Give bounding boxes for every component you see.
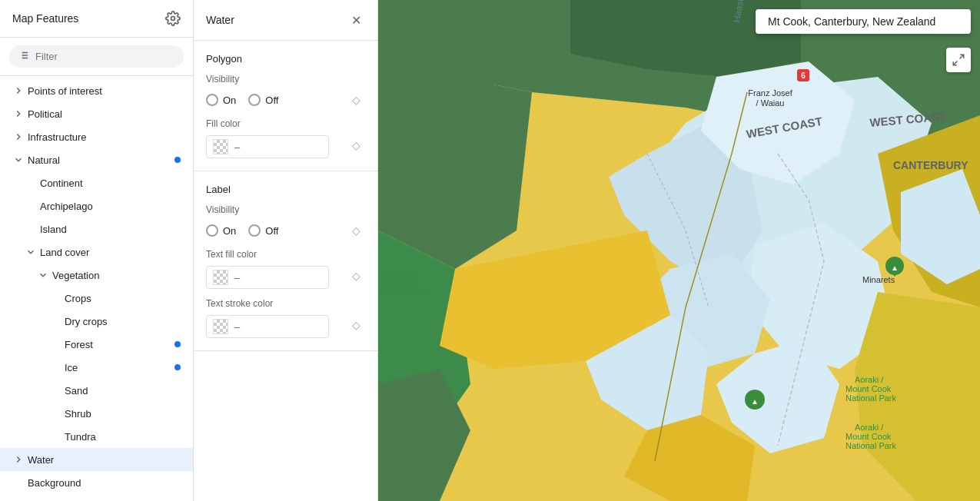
sidebar-item-natural[interactable]: Natural	[0, 148, 193, 171]
sidebar-item-shrub[interactable]: Shrub	[0, 402, 193, 425]
text-stroke-color-diamond[interactable]: ◇	[347, 316, 365, 334]
sidebar-item-infrastructure[interactable]: Infrastructure	[0, 125, 193, 148]
label-off-option[interactable]: Off	[248, 224, 278, 237]
map-search: Mt Cook, Canterbury, New Zealand	[756, 9, 971, 34]
polygon-off-radio[interactable]	[248, 94, 261, 106]
panel-title: Water	[206, 14, 234, 26]
map-search-text: Mt Cook, Canterbury, New Zealand	[768, 15, 935, 28]
svg-text:6: 6	[801, 71, 806, 80]
fill-color-row: Fill color – ◇	[206, 118, 365, 158]
sidebar-item-political[interactable]: Political	[0, 102, 193, 125]
forest-chevron	[49, 338, 61, 350]
label-on-option[interactable]: On	[206, 224, 236, 237]
label-section: Label Visibility On Off ◇ Text fill colo…	[194, 171, 377, 351]
sidebar-item-forest[interactable]: Forest	[0, 333, 193, 356]
continent-label: Continent	[40, 178, 181, 189]
water-label: Water	[28, 454, 181, 466]
background-chevron	[12, 476, 25, 489]
sand-label: Sand	[65, 385, 181, 396]
fill-color-swatch[interactable]: –	[206, 135, 329, 158]
polygon-section-title: Polygon	[206, 53, 365, 65]
polygon-on-radio[interactable]	[206, 94, 218, 106]
sidebar-item-ice[interactable]: Ice	[0, 356, 193, 379]
natural-dot	[174, 157, 181, 163]
sidebar-item-background[interactable]: Background	[0, 471, 193, 494]
polygon-on-option[interactable]: On	[206, 94, 236, 106]
svg-text:/ Waiau: / Waiau	[756, 98, 785, 108]
label-off-radio[interactable]	[248, 224, 261, 237]
fill-color-diamond[interactable]: ◇	[347, 136, 365, 154]
filter-icon	[18, 50, 29, 63]
text-stroke-color-label: Text stroke color	[206, 298, 341, 309]
sidebar-item-dry-crops[interactable]: Dry crops	[0, 310, 193, 333]
svg-text:Franz Josef: Franz Josef	[748, 88, 792, 98]
svg-text:Westland: Westland	[378, 269, 414, 278]
label-on-radio[interactable]	[206, 224, 218, 237]
vegetation-label: Vegetation	[52, 270, 181, 281]
text-fill-color-row: Text fill color – ◇	[206, 249, 365, 289]
sidebar-item-continent[interactable]: Continent	[0, 171, 193, 194]
sidebar-item-crops[interactable]: Crops	[0, 287, 193, 310]
text-stroke-color-row: Text stroke color – ◇	[206, 298, 365, 338]
label-visibility-row: On Off ◇	[206, 221, 365, 240]
natural-label: Natural	[28, 154, 174, 166]
tundra-label: Tundra	[65, 431, 181, 443]
label-visibility-group: On Off	[206, 224, 278, 237]
fill-color-label: Fill color	[206, 118, 341, 129]
text-stroke-color-value: –	[234, 321, 240, 333]
forest-label: Forest	[65, 339, 174, 350]
svg-text:Aoraki /: Aoraki /	[855, 375, 884, 384]
political-label: Political	[28, 108, 181, 120]
text-fill-color-swatch[interactable]: –	[206, 266, 329, 289]
sidebar-item-points-of-interest[interactable]: Points of interest	[0, 79, 193, 102]
sidebar-item-tundra[interactable]: Tundra	[0, 425, 193, 448]
gear-icon[interactable]	[165, 11, 181, 26]
continent-chevron	[25, 177, 37, 189]
polygon-visibility-group: On Off	[206, 94, 278, 106]
natural-chevron	[12, 154, 25, 166]
sidebar-item-water[interactable]: Water	[0, 448, 193, 471]
text-fill-color-label: Text fill color	[206, 249, 341, 260]
fullscreen-button[interactable]	[946, 48, 971, 72]
sidebar-item-island[interactable]: Island	[0, 217, 193, 241]
text-fill-color-value: –	[234, 272, 240, 284]
svg-text:National Park: National Park	[378, 287, 430, 297]
archipelago-label: Archipelago	[40, 201, 181, 212]
svg-text:National Park: National Park	[845, 441, 897, 450]
political-chevron	[12, 108, 25, 120]
svg-text:Mount Cook: Mount Cook	[845, 432, 892, 441]
sidebar-header: Map Features	[0, 0, 193, 38]
fill-color-value: –	[234, 141, 240, 153]
crops-chevron	[49, 292, 61, 304]
filter-input-wrap[interactable]	[9, 45, 184, 68]
forest-dot	[174, 341, 181, 347]
sidebar-item-sand[interactable]: Sand	[0, 379, 193, 402]
text-fill-color-diamond[interactable]: ◇	[347, 267, 365, 285]
polygon-visibility-diamond[interactable]: ◇	[347, 91, 365, 109]
infrastructure-label: Infrastructure	[28, 131, 181, 143]
map-background: 6 Franz Josef / Waiau WEST COAST WEST CO…	[378, 0, 980, 501]
label-on-label: On	[223, 225, 236, 237]
text-stroke-color-swatch[interactable]: –	[206, 315, 329, 338]
fill-color-preview	[213, 139, 228, 154]
polygon-off-option[interactable]: Off	[248, 94, 278, 106]
close-button[interactable]: ✕	[347, 11, 365, 29]
sidebar-title: Map Features	[12, 12, 78, 25]
points-of-interest-label: Points of interest	[28, 85, 181, 97]
sidebar-item-land-cover[interactable]: Land cover	[0, 241, 193, 264]
filter-input[interactable]	[35, 51, 174, 62]
visibility-label: Visibility	[206, 74, 365, 85]
dry-crops-label: Dry crops	[65, 316, 181, 327]
svg-text:▲: ▲	[891, 264, 899, 272]
svg-text:National Park: National Park	[845, 393, 897, 403]
sidebar-item-archipelago[interactable]: Archipelago	[0, 194, 193, 217]
text-fill-color-preview	[213, 270, 228, 285]
sand-chevron	[49, 384, 61, 396]
label-visibility-diamond[interactable]: ◇	[347, 221, 365, 240]
polygon-section: Polygon Visibility On Off ◇ Fill color	[194, 41, 377, 171]
svg-text:Minarets: Minarets	[862, 275, 895, 284]
svg-text:Mount Cook: Mount Cook	[845, 384, 892, 393]
points-of-interest-chevron	[12, 85, 25, 97]
sidebar-item-vegetation[interactable]: Vegetation	[0, 264, 193, 287]
polygon-off-label: Off	[265, 95, 278, 106]
